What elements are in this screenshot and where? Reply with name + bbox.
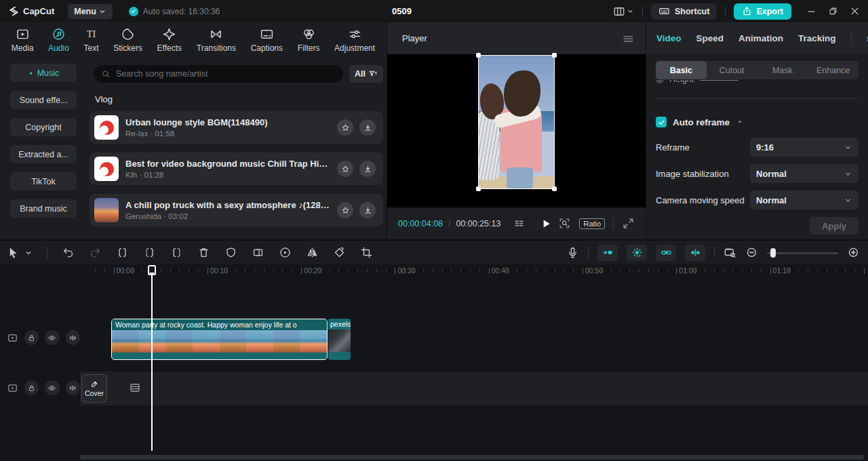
resize-handle-top-right[interactable] xyxy=(552,53,557,58)
eye-toggle[interactable] xyxy=(45,380,59,395)
collapse-caret-icon[interactable] xyxy=(736,117,744,127)
play-button[interactable] xyxy=(539,217,553,230)
tab-filters[interactable]: Filters xyxy=(290,27,327,53)
split-button[interactable] xyxy=(116,246,129,259)
menu-button[interactable]: Menu xyxy=(68,4,113,19)
category-extracted-audio[interactable]: Extracted a... xyxy=(10,145,77,163)
zoom-slider-handle[interactable] xyxy=(770,248,776,258)
timeline-ruler[interactable]: 00:0000:1000:2000:3000:4000:5001:0001:10 xyxy=(0,264,868,278)
auto-snap-toggle[interactable] xyxy=(627,245,647,261)
category-tiktok[interactable]: TikTok xyxy=(10,172,77,191)
track-type-button[interactable] xyxy=(7,332,18,344)
timeline-preview-button[interactable] xyxy=(724,246,736,259)
subtab-mask[interactable]: Mask xyxy=(757,61,808,79)
video-clip-pexels[interactable]: pexels xyxy=(328,319,351,360)
voiceover-button[interactable] xyxy=(566,246,579,259)
close-button[interactable] xyxy=(850,6,860,16)
download-button[interactable] xyxy=(359,119,376,136)
video-preview[interactable] xyxy=(478,55,555,189)
rotate-button[interactable] xyxy=(333,246,346,259)
mirror-button[interactable] xyxy=(306,246,319,259)
lock-toggle[interactable] xyxy=(24,330,39,345)
image-stabilization-select[interactable]: Normal xyxy=(750,164,859,183)
video-clip-selected[interactable]: Woman party at rocky coast. Happy woman … xyxy=(111,319,328,360)
tab-captions[interactable]: Captions xyxy=(243,27,290,53)
song-item[interactable]: A chill pop truck with a sexy atmosphere… xyxy=(90,194,383,226)
layout-button[interactable] xyxy=(613,5,634,18)
camera-moving-speed-select[interactable]: Normal xyxy=(750,191,859,209)
subtab-cutout[interactable]: Cutout xyxy=(707,61,757,79)
redo-button[interactable] xyxy=(89,246,102,259)
lock-toggle[interactable] xyxy=(24,380,39,395)
inspector-tab-speed[interactable]: Speed xyxy=(696,33,724,43)
delete-right-button[interactable] xyxy=(170,246,183,259)
download-button[interactable] xyxy=(359,202,376,218)
category-sound-effects[interactable]: Sound effe... xyxy=(10,91,77,109)
category-copyright[interactable]: Copyright xyxy=(10,118,77,136)
select-value: Normal xyxy=(756,169,787,179)
crop-button[interactable] xyxy=(360,246,373,259)
select-tool-dropdown[interactable] xyxy=(24,249,33,257)
reframe-select[interactable]: 9:16 xyxy=(750,138,859,157)
download-button[interactable] xyxy=(359,161,376,177)
apply-button[interactable]: Apply xyxy=(810,217,859,235)
speaker-toggle[interactable] xyxy=(66,380,80,395)
clipped-setting-row: Height xyxy=(656,80,859,87)
timeline-scrollbar[interactable] xyxy=(80,455,864,460)
resize-handle-top-left[interactable] xyxy=(476,53,481,58)
resize-handle-bottom-left[interactable] xyxy=(476,186,481,191)
undo-button[interactable] xyxy=(62,246,75,259)
favorite-button[interactable] xyxy=(337,119,353,136)
zoom-out-button[interactable] xyxy=(745,246,758,259)
search-input[interactable]: Search song name/artist xyxy=(94,65,343,83)
shortcut-button[interactable]: Shortcut xyxy=(651,3,717,20)
song-item[interactable]: Urban lounge style BGM(1148490)Re-lax · … xyxy=(90,111,383,144)
preview-quality-button[interactable] xyxy=(513,217,526,230)
subtab-enhance[interactable]: Enhance xyxy=(808,61,859,79)
linkage-toggle[interactable] xyxy=(656,245,676,261)
fullscreen-button[interactable] xyxy=(622,217,635,230)
delete-button[interactable] xyxy=(197,246,210,259)
category-music[interactable]: Music xyxy=(10,64,77,82)
timeline-zoom-slider[interactable] xyxy=(767,248,838,258)
resize-handle-bottom-right[interactable] xyxy=(552,186,557,191)
export-button[interactable]: Export xyxy=(734,3,791,20)
eye-toggle[interactable] xyxy=(45,330,59,345)
ratio-button[interactable]: Ratio xyxy=(579,218,605,229)
overlap-button[interactable] xyxy=(252,246,264,259)
category-brand-music[interactable]: Brand music xyxy=(10,199,77,218)
tab-adjustment[interactable]: Adjustment xyxy=(327,27,382,53)
playhead-handle[interactable] xyxy=(148,265,156,275)
restore-button[interactable] xyxy=(828,6,838,16)
auto-reframe-checkbox[interactable] xyxy=(656,117,667,127)
tab-text[interactable]: TIText xyxy=(77,27,106,53)
tab-transitions[interactable]: Transitions xyxy=(189,27,243,53)
tab-media[interactable]: Media xyxy=(4,27,41,53)
song-item[interactable]: Best for video background music Chill Tr… xyxy=(90,153,383,185)
preview-axis-toggle[interactable] xyxy=(685,245,705,261)
speed-button[interactable] xyxy=(279,246,292,259)
inspector-tab-video[interactable]: Video xyxy=(656,33,682,43)
tab-effects[interactable]: Effects xyxy=(150,27,189,53)
player-menu-icon[interactable] xyxy=(622,32,635,45)
favorite-button[interactable] xyxy=(337,161,353,177)
mask-button[interactable] xyxy=(224,246,237,259)
ruler-tick xyxy=(404,269,405,272)
zoom-in-button[interactable] xyxy=(847,246,860,259)
minimize-button[interactable] xyxy=(806,6,816,16)
main-track-magnet-toggle[interactable] xyxy=(597,245,618,261)
select-tool[interactable] xyxy=(7,246,20,259)
favorite-button[interactable] xyxy=(337,202,353,218)
subtab-basic[interactable]: Basic xyxy=(656,61,707,79)
filter-button[interactable]: All xyxy=(349,65,383,83)
tab-stickers[interactable]: Stickers xyxy=(106,27,149,53)
cover-button[interactable]: Cover xyxy=(81,374,107,403)
inspector-tab-tracking[interactable]: Tracking xyxy=(798,33,836,43)
ruler-tick xyxy=(526,269,527,272)
speaker-toggle[interactable] xyxy=(66,330,80,345)
delete-left-button[interactable] xyxy=(143,246,156,259)
inspector-tab-animation[interactable]: Animation xyxy=(738,33,783,43)
tab-audio[interactable]: Audio xyxy=(41,27,76,53)
track-type-button[interactable] xyxy=(7,382,18,394)
focus-button[interactable] xyxy=(558,217,571,230)
